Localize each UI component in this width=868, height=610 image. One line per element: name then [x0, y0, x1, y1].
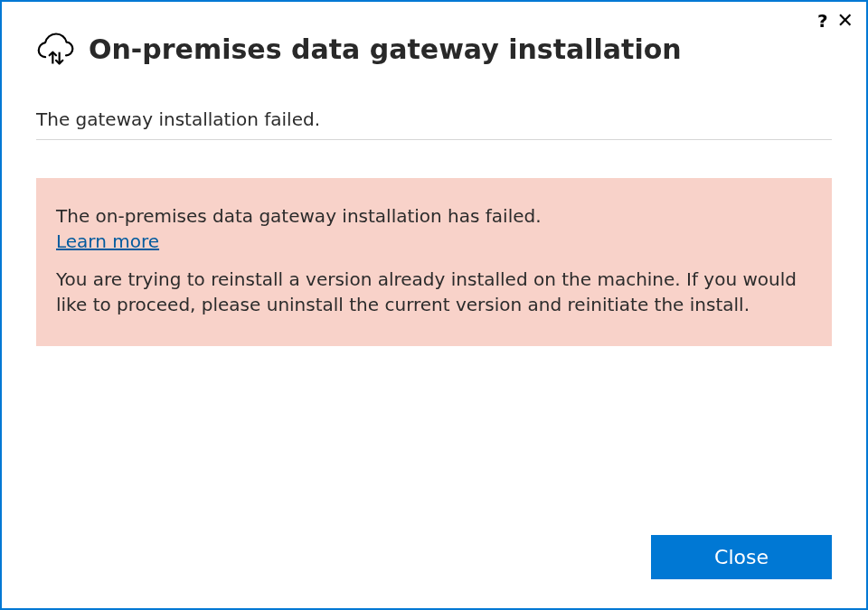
help-icon[interactable]: ?: [817, 12, 828, 30]
header: On-premises data gateway installation: [36, 29, 832, 69]
cloud-gateway-icon: [36, 29, 76, 69]
installer-window: ? ✕ On-premises data gateway installatio…: [0, 0, 868, 610]
divider: [36, 139, 832, 140]
close-button[interactable]: Close: [651, 535, 832, 579]
error-title: The on-premises data gateway installatio…: [56, 205, 812, 227]
status-message: The gateway installation failed.: [36, 108, 832, 130]
error-panel: The on-premises data gateway installatio…: [36, 178, 832, 346]
learn-more-link[interactable]: Learn more: [56, 230, 159, 252]
content-area: On-premises data gateway installation Th…: [2, 2, 866, 535]
page-title: On-premises data gateway installation: [89, 33, 682, 65]
close-icon[interactable]: ✕: [837, 11, 854, 31]
error-detail: You are trying to reinstall a version al…: [56, 267, 812, 317]
footer: Close: [2, 535, 866, 608]
titlebar-controls: ? ✕: [817, 11, 854, 31]
